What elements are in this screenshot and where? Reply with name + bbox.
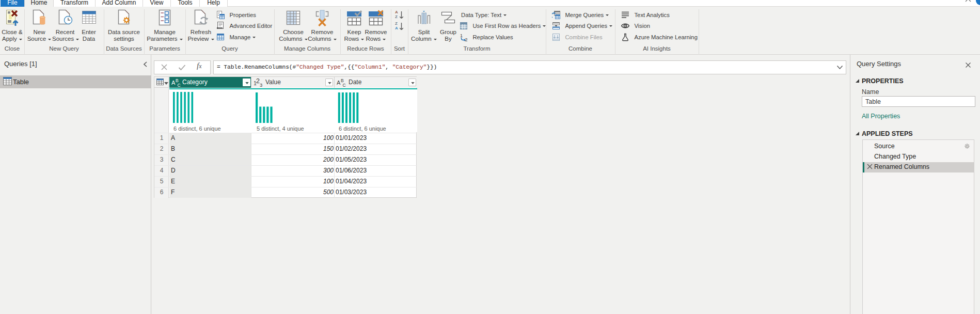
svg-text:3: 3 xyxy=(260,82,262,87)
svg-text:2: 2 xyxy=(465,37,468,41)
svg-text:1: 1 xyxy=(460,33,463,38)
svg-text:C: C xyxy=(178,83,181,87)
svg-text:A: A xyxy=(337,80,341,86)
svg-text:2: 2 xyxy=(256,78,260,85)
svg-text:A: A xyxy=(171,80,176,86)
svg-text:C: C xyxy=(343,83,346,87)
